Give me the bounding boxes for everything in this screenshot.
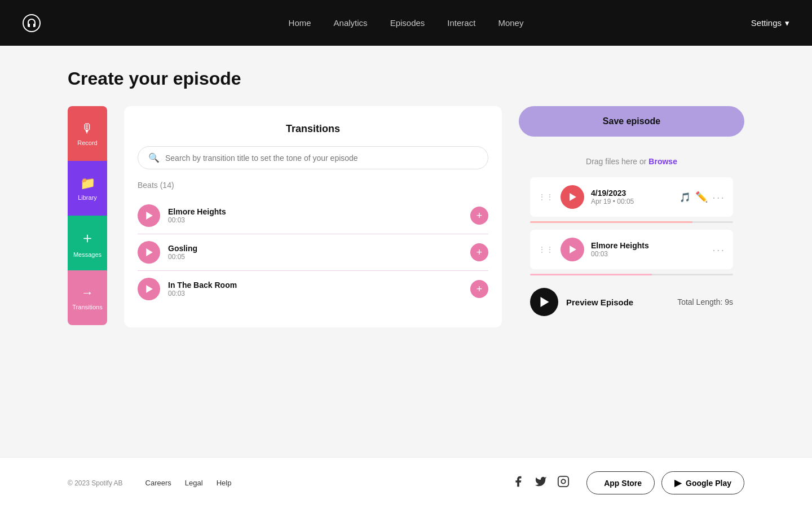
main-content: Create your episode 🎙 Record 📁 Library ＋… (0, 46, 812, 457)
edit-icon[interactable]: ✏️ (695, 191, 708, 203)
track-item: Gosling 00:05 + (138, 234, 488, 271)
music-note-icon: 🎵 (679, 192, 691, 203)
track-play-button-backroom[interactable] (138, 278, 160, 300)
search-bar: 🔍 (138, 146, 488, 169)
preview-bar: Preview Episode Total Length: 9s (530, 282, 733, 316)
track-name: In The Back Room (168, 281, 462, 290)
instagram-icon[interactable] (557, 475, 570, 491)
logo (23, 14, 41, 32)
transitions-panel: Transitions 🔍 Beats (14) Elmore Heights … (124, 106, 502, 327)
track-duration: 00:03 (168, 216, 462, 224)
ep-track-sub: Apr 19 • 00:05 (591, 198, 673, 205)
track-duration: 00:05 (168, 253, 462, 261)
footer-copyright: © 2023 Spotify AB (68, 479, 123, 487)
track-name: Elmore Heights (168, 207, 462, 216)
more-options-icon[interactable]: ··· (712, 191, 725, 204)
nav-analytics[interactable]: Analytics (334, 18, 368, 28)
settings-button[interactable]: Settings ▾ (751, 18, 789, 28)
svg-point-0 (23, 15, 40, 32)
google-play-icon: ▶ (674, 478, 681, 488)
track-add-button[interactable]: + (470, 280, 488, 298)
svg-marker-4 (570, 193, 576, 201)
navbar: Home Analytics Episodes Interact Money S… (0, 0, 812, 46)
ep-track-actions[interactable]: ··· (712, 243, 725, 256)
microphone-icon: 🎙 (81, 121, 94, 136)
episode-track-recorded: ⋮⋮ 4/19/2023 Apr 19 • 00:05 🎵 ✏️ ··· (530, 177, 733, 217)
svg-rect-7 (558, 476, 568, 487)
track-play-button-gosling[interactable] (138, 241, 160, 264)
transitions-title: Transitions (138, 123, 488, 135)
more-options-icon[interactable]: ··· (712, 243, 725, 256)
track-name: Gosling (168, 244, 462, 253)
page-title: Create your episode (68, 68, 744, 89)
search-icon: 🔍 (148, 152, 160, 163)
sidebar-item-messages[interactable]: ＋ Messages (68, 216, 107, 270)
svg-marker-3 (146, 285, 153, 293)
folder-icon: 📁 (80, 176, 95, 191)
browse-link[interactable]: Browse (648, 157, 677, 166)
svg-marker-2 (146, 248, 153, 256)
app-store-button[interactable]: App Store (586, 471, 655, 494)
episode-track-progress-bar (530, 221, 733, 223)
track-add-button[interactable]: + (470, 243, 488, 261)
footer-link-legal[interactable]: Legal (185, 479, 203, 487)
sidebar-item-record[interactable]: 🎙 Record (68, 106, 107, 161)
track-duration: 00:03 (168, 290, 462, 297)
nav-money[interactable]: Money (498, 18, 523, 28)
google-play-button[interactable]: ▶ Google Play (661, 471, 744, 494)
episode-track-progress-bar (530, 274, 733, 275)
nav-links: Home Analytics Episodes Interact Money (289, 18, 524, 28)
total-length-label: Total Length: 9s (677, 297, 733, 306)
ep-track-name: Elmore Heights (591, 241, 705, 250)
twitter-icon[interactable] (535, 475, 547, 491)
svg-marker-6 (541, 297, 549, 307)
preview-episode-button[interactable] (530, 288, 558, 316)
drop-zone: Drag files here or Browse (530, 157, 733, 166)
footer-link-help[interactable]: Help (217, 479, 232, 487)
sidebar-item-transitions[interactable]: → Transitions (68, 270, 107, 325)
nav-home[interactable]: Home (289, 18, 311, 28)
drag-handle-icon[interactable]: ⋮⋮ (538, 245, 554, 254)
right-panel: Save episode Drag files here or Browse ⋮… (519, 106, 744, 327)
footer-social (512, 475, 570, 491)
svg-marker-5 (570, 246, 576, 253)
search-input[interactable] (165, 154, 478, 163)
facebook-icon[interactable] (512, 475, 524, 491)
preview-label: Preview Episode (566, 297, 669, 307)
ep-track-name: 4/19/2023 (591, 189, 673, 198)
footer-link-careers[interactable]: Careers (145, 479, 171, 487)
save-episode-button[interactable]: Save episode (519, 106, 744, 137)
track-item: In The Back Room 00:03 + (138, 271, 488, 307)
footer-stores: App Store ▶ Google Play (586, 471, 744, 494)
sidebar: 🎙 Record 📁 Library ＋ Messages → Transiti… (68, 106, 107, 327)
content-area: 🎙 Record 📁 Library ＋ Messages → Transiti… (68, 106, 744, 327)
track-item: Elmore Heights 00:03 + (138, 198, 488, 234)
beats-header: Beats (14) (138, 181, 488, 190)
ep-play-button-elmore[interactable] (561, 238, 584, 261)
nav-interact[interactable]: Interact (447, 18, 475, 28)
episode-track-container: ⋮⋮ Elmore Heights 00:03 ··· (530, 230, 733, 275)
drag-handle-icon[interactable]: ⋮⋮ (538, 192, 554, 202)
chevron-down-icon: ▾ (785, 18, 789, 28)
episode-track-elmore: ⋮⋮ Elmore Heights 00:03 ··· (530, 230, 733, 269)
plus-circle-icon: ＋ (80, 228, 95, 248)
svg-marker-1 (146, 212, 153, 220)
arrow-right-icon: → (81, 286, 94, 300)
ep-track-actions[interactable]: 🎵 ✏️ ··· (679, 191, 725, 204)
sidebar-item-library[interactable]: 📁 Library (68, 161, 107, 216)
footer-links: Careers Legal Help (145, 479, 232, 487)
nav-episodes[interactable]: Episodes (390, 18, 425, 28)
episode-track-container: ⋮⋮ 4/19/2023 Apr 19 • 00:05 🎵 ✏️ ··· (530, 177, 733, 223)
ep-play-button-recorded[interactable] (561, 185, 584, 209)
track-add-button[interactable]: + (470, 207, 488, 225)
track-play-button-elmore[interactable] (138, 204, 160, 227)
episode-builder: Drag files here or Browse ⋮⋮ 4/19/2023 A… (519, 146, 744, 327)
ep-track-sub: 00:03 (591, 250, 705, 258)
footer: © 2023 Spotify AB Careers Legal Help App… (0, 457, 812, 508)
